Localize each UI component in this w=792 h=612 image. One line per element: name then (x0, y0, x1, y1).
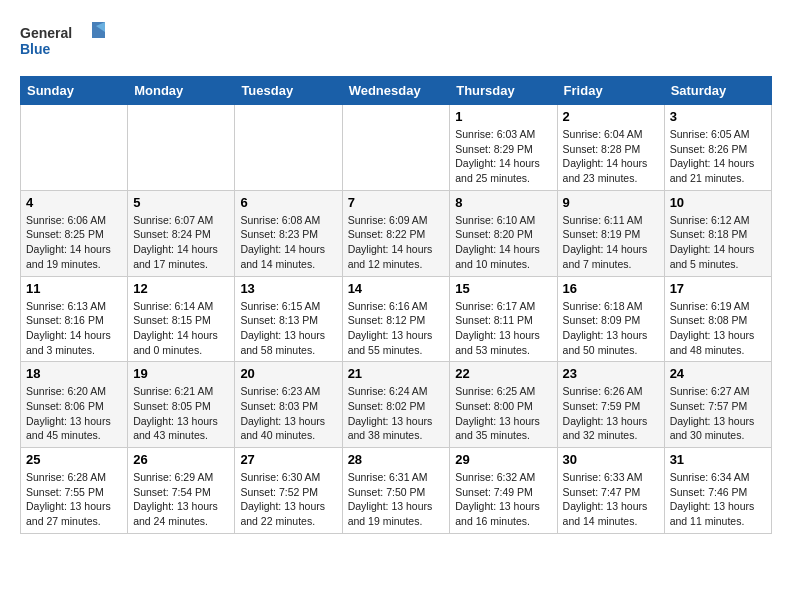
day-cell: 24Sunrise: 6:27 AMSunset: 7:57 PMDayligh… (664, 362, 771, 448)
day-number: 10 (670, 195, 766, 210)
day-cell: 12Sunrise: 6:14 AMSunset: 8:15 PMDayligh… (128, 276, 235, 362)
day-cell: 21Sunrise: 6:24 AMSunset: 8:02 PMDayligh… (342, 362, 450, 448)
day-info: Sunrise: 6:09 AMSunset: 8:22 PMDaylight:… (348, 213, 445, 272)
day-info: Sunrise: 6:06 AMSunset: 8:25 PMDaylight:… (26, 213, 122, 272)
day-number: 7 (348, 195, 445, 210)
day-info: Sunrise: 6:34 AMSunset: 7:46 PMDaylight:… (670, 470, 766, 529)
day-cell: 2Sunrise: 6:04 AMSunset: 8:28 PMDaylight… (557, 105, 664, 191)
day-number: 30 (563, 452, 659, 467)
day-info: Sunrise: 6:11 AMSunset: 8:19 PMDaylight:… (563, 213, 659, 272)
day-cell: 19Sunrise: 6:21 AMSunset: 8:05 PMDayligh… (128, 362, 235, 448)
day-cell: 16Sunrise: 6:18 AMSunset: 8:09 PMDayligh… (557, 276, 664, 362)
day-info: Sunrise: 6:07 AMSunset: 8:24 PMDaylight:… (133, 213, 229, 272)
day-number: 28 (348, 452, 445, 467)
day-cell: 20Sunrise: 6:23 AMSunset: 8:03 PMDayligh… (235, 362, 342, 448)
page-header: General Blue (20, 20, 772, 60)
day-cell: 23Sunrise: 6:26 AMSunset: 7:59 PMDayligh… (557, 362, 664, 448)
day-info: Sunrise: 6:31 AMSunset: 7:50 PMDaylight:… (348, 470, 445, 529)
generalblue-logo-icon: General Blue (20, 20, 110, 60)
day-number: 3 (670, 109, 766, 124)
day-cell: 15Sunrise: 6:17 AMSunset: 8:11 PMDayligh… (450, 276, 557, 362)
day-info: Sunrise: 6:21 AMSunset: 8:05 PMDaylight:… (133, 384, 229, 443)
day-cell: 28Sunrise: 6:31 AMSunset: 7:50 PMDayligh… (342, 448, 450, 534)
day-info: Sunrise: 6:33 AMSunset: 7:47 PMDaylight:… (563, 470, 659, 529)
day-info: Sunrise: 6:05 AMSunset: 8:26 PMDaylight:… (670, 127, 766, 186)
day-number: 24 (670, 366, 766, 381)
day-cell: 1Sunrise: 6:03 AMSunset: 8:29 PMDaylight… (450, 105, 557, 191)
day-info: Sunrise: 6:16 AMSunset: 8:12 PMDaylight:… (348, 299, 445, 358)
day-info: Sunrise: 6:26 AMSunset: 7:59 PMDaylight:… (563, 384, 659, 443)
weekday-header-monday: Monday (128, 77, 235, 105)
weekday-header-thursday: Thursday (450, 77, 557, 105)
day-info: Sunrise: 6:14 AMSunset: 8:15 PMDaylight:… (133, 299, 229, 358)
weekday-header-wednesday: Wednesday (342, 77, 450, 105)
svg-text:General: General (20, 25, 72, 41)
calendar-table: SundayMondayTuesdayWednesdayThursdayFrid… (20, 76, 772, 534)
day-cell: 7Sunrise: 6:09 AMSunset: 8:22 PMDaylight… (342, 190, 450, 276)
day-info: Sunrise: 6:28 AMSunset: 7:55 PMDaylight:… (26, 470, 122, 529)
day-info: Sunrise: 6:19 AMSunset: 8:08 PMDaylight:… (670, 299, 766, 358)
day-info: Sunrise: 6:03 AMSunset: 8:29 PMDaylight:… (455, 127, 551, 186)
day-cell: 30Sunrise: 6:33 AMSunset: 7:47 PMDayligh… (557, 448, 664, 534)
day-number: 18 (26, 366, 122, 381)
day-cell: 11Sunrise: 6:13 AMSunset: 8:16 PMDayligh… (21, 276, 128, 362)
day-info: Sunrise: 6:10 AMSunset: 8:20 PMDaylight:… (455, 213, 551, 272)
day-cell (21, 105, 128, 191)
day-number: 26 (133, 452, 229, 467)
day-number: 15 (455, 281, 551, 296)
day-cell: 10Sunrise: 6:12 AMSunset: 8:18 PMDayligh… (664, 190, 771, 276)
day-cell: 14Sunrise: 6:16 AMSunset: 8:12 PMDayligh… (342, 276, 450, 362)
day-number: 4 (26, 195, 122, 210)
week-row-5: 25Sunrise: 6:28 AMSunset: 7:55 PMDayligh… (21, 448, 772, 534)
day-cell: 27Sunrise: 6:30 AMSunset: 7:52 PMDayligh… (235, 448, 342, 534)
day-cell: 6Sunrise: 6:08 AMSunset: 8:23 PMDaylight… (235, 190, 342, 276)
day-cell: 25Sunrise: 6:28 AMSunset: 7:55 PMDayligh… (21, 448, 128, 534)
day-number: 12 (133, 281, 229, 296)
day-info: Sunrise: 6:20 AMSunset: 8:06 PMDaylight:… (26, 384, 122, 443)
day-number: 27 (240, 452, 336, 467)
day-number: 8 (455, 195, 551, 210)
day-number: 14 (348, 281, 445, 296)
day-info: Sunrise: 6:12 AMSunset: 8:18 PMDaylight:… (670, 213, 766, 272)
day-number: 31 (670, 452, 766, 467)
day-number: 11 (26, 281, 122, 296)
day-cell (342, 105, 450, 191)
day-cell: 5Sunrise: 6:07 AMSunset: 8:24 PMDaylight… (128, 190, 235, 276)
day-info: Sunrise: 6:18 AMSunset: 8:09 PMDaylight:… (563, 299, 659, 358)
day-cell: 17Sunrise: 6:19 AMSunset: 8:08 PMDayligh… (664, 276, 771, 362)
day-info: Sunrise: 6:27 AMSunset: 7:57 PMDaylight:… (670, 384, 766, 443)
day-cell: 13Sunrise: 6:15 AMSunset: 8:13 PMDayligh… (235, 276, 342, 362)
day-info: Sunrise: 6:08 AMSunset: 8:23 PMDaylight:… (240, 213, 336, 272)
day-cell: 8Sunrise: 6:10 AMSunset: 8:20 PMDaylight… (450, 190, 557, 276)
day-cell: 9Sunrise: 6:11 AMSunset: 8:19 PMDaylight… (557, 190, 664, 276)
week-row-4: 18Sunrise: 6:20 AMSunset: 8:06 PMDayligh… (21, 362, 772, 448)
day-number: 22 (455, 366, 551, 381)
day-info: Sunrise: 6:29 AMSunset: 7:54 PMDaylight:… (133, 470, 229, 529)
day-number: 13 (240, 281, 336, 296)
day-number: 1 (455, 109, 551, 124)
day-info: Sunrise: 6:30 AMSunset: 7:52 PMDaylight:… (240, 470, 336, 529)
svg-text:Blue: Blue (20, 41, 51, 57)
day-number: 23 (563, 366, 659, 381)
day-cell: 18Sunrise: 6:20 AMSunset: 8:06 PMDayligh… (21, 362, 128, 448)
weekday-header-sunday: Sunday (21, 77, 128, 105)
day-cell: 3Sunrise: 6:05 AMSunset: 8:26 PMDaylight… (664, 105, 771, 191)
week-row-3: 11Sunrise: 6:13 AMSunset: 8:16 PMDayligh… (21, 276, 772, 362)
weekday-header-tuesday: Tuesday (235, 77, 342, 105)
day-info: Sunrise: 6:17 AMSunset: 8:11 PMDaylight:… (455, 299, 551, 358)
day-number: 20 (240, 366, 336, 381)
day-cell: 4Sunrise: 6:06 AMSunset: 8:25 PMDaylight… (21, 190, 128, 276)
day-info: Sunrise: 6:25 AMSunset: 8:00 PMDaylight:… (455, 384, 551, 443)
day-number: 17 (670, 281, 766, 296)
weekday-header-saturday: Saturday (664, 77, 771, 105)
day-number: 19 (133, 366, 229, 381)
day-cell: 29Sunrise: 6:32 AMSunset: 7:49 PMDayligh… (450, 448, 557, 534)
day-number: 25 (26, 452, 122, 467)
day-info: Sunrise: 6:24 AMSunset: 8:02 PMDaylight:… (348, 384, 445, 443)
week-row-2: 4Sunrise: 6:06 AMSunset: 8:25 PMDaylight… (21, 190, 772, 276)
day-info: Sunrise: 6:04 AMSunset: 8:28 PMDaylight:… (563, 127, 659, 186)
day-number: 2 (563, 109, 659, 124)
day-info: Sunrise: 6:32 AMSunset: 7:49 PMDaylight:… (455, 470, 551, 529)
day-number: 5 (133, 195, 229, 210)
day-info: Sunrise: 6:15 AMSunset: 8:13 PMDaylight:… (240, 299, 336, 358)
